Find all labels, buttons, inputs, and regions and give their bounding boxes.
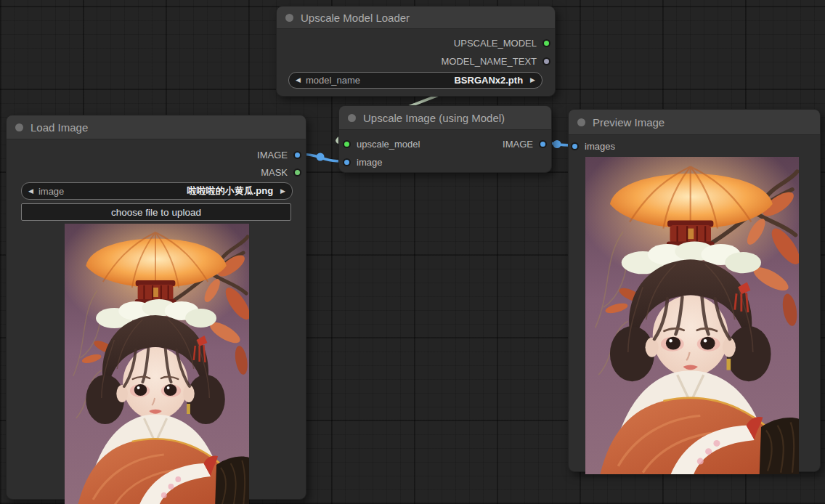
combo-value: 啦啦啦的小黄瓜.png — [64, 184, 273, 198]
output-mask[interactable]: MASK — [261, 165, 301, 179]
output-upscale-model[interactable]: UPSCALE_MODEL — [454, 36, 550, 50]
node-title-bar[interactable]: Load Image — [7, 115, 306, 139]
node-status-dot — [348, 114, 356, 122]
input-dot-upscale-model[interactable] — [343, 140, 351, 148]
input-image[interactable]: image — [343, 155, 382, 169]
input-upscale-model[interactable]: upscale_model — [343, 137, 420, 151]
node-title-bar[interactable]: Upscale Image (using Model) — [339, 106, 551, 130]
node-title-bar[interactable]: Upscale Model Loader — [277, 7, 555, 29]
node-status-dot — [15, 123, 23, 131]
node-title: Upscale Image (using Model) — [363, 112, 505, 124]
node-status-dot — [577, 118, 585, 126]
node-title: Upscale Model Loader — [301, 12, 410, 24]
combo-next-icon[interactable]: ▶ — [530, 77, 535, 84]
combo-label: image — [38, 186, 64, 197]
image-file-combo[interactable]: ◀ image 啦啦啦的小黄瓜.png ▶ — [21, 182, 293, 200]
output-model-name-text[interactable]: MODEL_NAME_TEXT — [442, 54, 550, 68]
combo-value: BSRGANx2.pth — [360, 75, 523, 86]
node-title: Preview Image — [593, 116, 665, 129]
output-dot-upscale-model[interactable] — [542, 39, 550, 47]
node-upscale-image[interactable]: Upscale Image (using Model) upscale_mode… — [338, 105, 552, 173]
node-upscale-model-loader[interactable]: Upscale Model Loader UPSCALE_MODEL MODEL… — [276, 6, 556, 97]
output-dot-image[interactable] — [293, 151, 301, 159]
combo-prev-icon[interactable]: ◀ — [296, 77, 301, 84]
output-image[interactable]: IMAGE — [257, 147, 301, 162]
input-images[interactable]: images — [571, 139, 615, 153]
link-image-midpoint-dot[interactable] — [317, 153, 325, 161]
comfyui-node-graph-canvas[interactable]: { "canvas": {"width": 1136, "height": 69… — [0, 0, 825, 504]
output-image[interactable]: IMAGE — [503, 137, 547, 151]
node-status-dot — [285, 14, 293, 22]
combo-label: model_name — [306, 75, 360, 86]
combo-next-icon[interactable]: ▶ — [280, 188, 285, 195]
input-dot-image[interactable] — [343, 158, 351, 166]
model-name-combo[interactable]: ◀ model_name BSRGANx2.pth ▶ — [288, 72, 542, 89]
link-upscaled-image-midpoint-dot[interactable] — [553, 140, 561, 148]
node-title-bar[interactable]: Preview Image — [569, 110, 820, 135]
node-preview-image[interactable]: Preview Image images — [568, 109, 821, 472]
input-dot-images[interactable] — [571, 142, 579, 150]
node-load-image[interactable]: Load Image IMAGE MASK ◀ image 啦啦啦的小黄瓜.pn… — [6, 115, 306, 500]
choose-file-button[interactable]: choose file to upload — [21, 203, 291, 221]
node-title: Load Image — [31, 121, 88, 134]
output-dot-image[interactable] — [539, 140, 547, 148]
preview-image-thumbnail — [585, 157, 799, 474]
output-dot-mask[interactable] — [293, 168, 301, 176]
loaded-image-thumbnail — [65, 224, 249, 504]
combo-prev-icon[interactable]: ◀ — [28, 188, 33, 195]
output-dot-model-name-text[interactable] — [542, 57, 550, 65]
